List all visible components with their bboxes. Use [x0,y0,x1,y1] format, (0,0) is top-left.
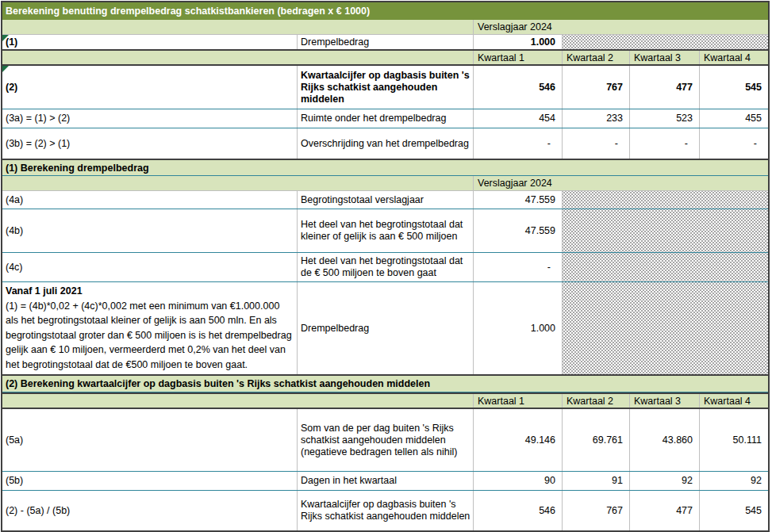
section2-header: (2) Berekening kwartaalcijfer op dagbasi… [2,374,768,392]
row-kwartaalcijfer-result: (2) - (5a) / (5b) Kwartaalcijfer op dagb… [2,491,768,530]
row-overschrijding: (3b) = (2) > (1) Overschrijding van het … [2,128,768,159]
row2-q3-value[interactable]: 477 [629,66,699,109]
row4a-label-cell[interactable]: Begrotingstotaal verslagjaar [297,191,473,209]
section2-quarter-q1: Kwartaal 1 [473,394,562,408]
row4a-value-cell[interactable]: 47.559 [473,191,562,209]
section1-year-row: Verslagjaar 2024 [2,176,768,191]
row3a-q4-value[interactable]: 455 [699,109,768,128]
section2-quarter-header-row: Kwartaal 1 Kwartaal 2 Kwartaal 3 Kwartaa… [2,392,768,409]
section2-quarter-q3: Kwartaal 3 [629,394,699,408]
row4b-label-cell[interactable]: Het deel van het begrotingstotaal dat kl… [297,209,473,252]
section1-header-text: (1) Berekening drempelbedrag [6,163,149,174]
quarter-header-q4: Kwartaal 4 [699,51,768,64]
year-label: Verslagjaar 2024 [473,20,768,34]
quarter-header-q1: Kwartaal 1 [473,51,562,64]
formula-text-cell[interactable]: Vanaf 1 juli 2021 (1) = (4b)*0,02 + (4c)… [2,282,297,374]
row5a-q2-value[interactable]: 69.761 [562,409,629,471]
formula-body: (1) = (4b)*0,02 + (4c)*0,002 met een min… [6,299,294,373]
row5c-label-cell[interactable]: Kwartaalcijfer op dagbasis buiten 's Rij… [297,491,473,530]
row3b-q4-value[interactable]: - [699,128,768,159]
sheet-title-text: Berekening benutting drempelbedrag schat… [6,6,370,17]
row4c-label-cell[interactable]: Het deel van het begrotingstotaal dat de… [297,253,473,281]
cell-indicator-icon [2,35,9,41]
quarter-header-q3: Kwartaal 3 [629,51,699,64]
row3b-label-cell[interactable]: Overschrijding van het drempelbedrag [297,128,473,159]
row4c-code-cell[interactable]: (4c) [2,253,297,281]
row2-q1-value[interactable]: 546 [473,66,562,109]
section2-quarter-q2: Kwartaal 2 [562,394,629,408]
section2-quarter-q4: Kwartaal 4 [699,394,768,408]
row5b-label-cell[interactable]: Dagen in het kwartaal [297,472,473,490]
spreadsheet: Berekening benutting drempelbedrag schat… [1,1,770,532]
cell-indicator-icon [2,66,9,72]
row4b-value-cell[interactable]: 47.559 [473,209,562,252]
row5a-q1-value[interactable]: 49.146 [473,409,562,471]
row5c-q2-value[interactable]: 767 [562,491,629,530]
row2-code-cell[interactable]: (2) [2,66,297,109]
row2-label-cell[interactable]: Kwartaalcijfer op dagbasis buiten 's Rij… [297,66,473,109]
row5b-q2-value[interactable]: 91 [562,472,629,490]
quarter-header-spacer [2,51,473,64]
row4b-code-cell[interactable]: (4b) [2,209,297,252]
row4a-blocked-cells [562,191,768,209]
row3a-q2-value[interactable]: 233 [562,109,629,128]
row5a-q4-value[interactable]: 50.111 [699,409,768,471]
row-deel-kleiner: (4b) Het deel van het begrotingstotaal d… [2,209,768,253]
formula-value-cell[interactable]: 1.000 [473,282,562,374]
section1-year-spacer [2,176,473,190]
row3a-q1-value[interactable]: 454 [473,109,562,128]
row2-q2-value[interactable]: 767 [562,66,629,109]
row5c-code-cell[interactable]: (2) - (5a) / (5b) [2,491,297,530]
row1-code-cell[interactable]: (1) [2,35,297,49]
row5b-code-cell[interactable]: (5b) [2,472,297,490]
row-som-per-dag: (5a) Som van de per dag buiten 's Rijks … [2,409,768,472]
row5c-q4-value[interactable]: 545 [699,491,768,530]
row-deel-boven: (4c) Het deel van het begrotingstotaal d… [2,253,768,282]
formula-title: Vanaf 1 juli 2021 [6,284,294,299]
sheet-title: Berekening benutting drempelbedrag schat… [2,2,768,20]
row4c-blocked-cells [562,253,768,281]
row2-q4-value[interactable]: 545 [699,66,768,109]
row4a-code-cell[interactable]: (4a) [2,191,297,209]
quarter-header-row: Kwartaal 1 Kwartaal 2 Kwartaal 3 Kwartaa… [2,49,768,66]
row3a-q3-value[interactable]: 523 [629,109,699,128]
section1-year-label: Verslagjaar 2024 [473,176,768,190]
row5a-label-cell[interactable]: Som van de per dag buiten 's Rijks schat… [297,409,473,471]
row5c-q1-value[interactable]: 546 [473,491,562,530]
year-row-spacer [2,20,473,34]
row4b-blocked-cells [562,209,768,252]
row3b-q3-value[interactable]: - [629,128,699,159]
formula-blocked-cells [562,282,768,374]
section1-header: (1) Berekening drempelbedrag [2,159,768,176]
section2-quarter-spacer [2,394,473,408]
row-drempelbedrag: (1) Drempelbedrag 1.000 [2,35,768,49]
row5b-q1-value[interactable]: 90 [473,472,562,490]
row5b-q3-value[interactable]: 92 [629,472,699,490]
row-dagen: (5b) Dagen in het kwartaal 90 91 92 92 [2,472,768,491]
row-begrotingstotaal: (4a) Begrotingstotaal verslagjaar 47.559 [2,191,768,209]
row-formula: Vanaf 1 juli 2021 (1) = (4b)*0,02 + (4c)… [2,282,768,374]
row-ruimte: (3a) = (1) > (2) Ruimte onder het drempe… [2,109,768,128]
row1-label-cell[interactable]: Drempelbedrag [297,35,473,49]
row5b-q4-value[interactable]: 92 [699,472,768,490]
row5c-q3-value[interactable]: 477 [629,491,699,530]
row3b-q1-value[interactable]: - [473,128,562,159]
row3b-code-cell[interactable]: (3b) = (2) > (1) [2,128,297,159]
formula-label-cell[interactable]: Drempelbedrag [297,282,473,374]
row3a-code-cell[interactable]: (3a) = (1) > (2) [2,109,297,128]
row5a-q3-value[interactable]: 43.860 [629,409,699,471]
section2-header-text: (2) Berekening kwartaalcijfer op dagbasi… [6,378,430,389]
row1-value-cell[interactable]: 1.000 [473,35,562,49]
row4c-value-cell[interactable]: - [473,253,562,281]
row1-blocked-cells [562,35,768,49]
row5a-code-cell[interactable]: (5a) [2,409,297,471]
row3a-label-cell[interactable]: Ruimte onder het drempelbedrag [297,109,473,128]
quarter-header-q2: Kwartaal 2 [562,51,629,64]
row-kwartaalcijfer: (2) Kwartaalcijfer op dagbasis buiten 's… [2,66,768,109]
row3b-q2-value[interactable]: - [562,128,629,159]
year-row: Verslagjaar 2024 [2,20,768,35]
